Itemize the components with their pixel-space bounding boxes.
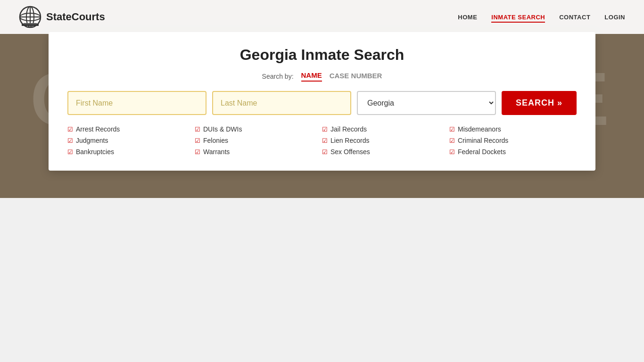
feature-label: Warrants	[203, 148, 230, 156]
check-icon: ☑	[449, 137, 455, 144]
feature-duis: ☑ DUIs & DWIs	[195, 124, 322, 134]
nav-contact[interactable]: CONTACT	[559, 14, 590, 21]
hero-section: COURTHOUSE StateCourts HOME INMATE SEARC…	[0, 0, 644, 198]
tab-name[interactable]: NAME	[301, 71, 322, 82]
nav-inmate-search[interactable]: INMATE SEARCH	[491, 14, 545, 23]
feature-label: Felonies	[203, 137, 228, 144]
check-icon: ☑	[67, 148, 73, 156]
logo-icon	[19, 6, 41, 28]
check-icon: ☑	[449, 126, 455, 133]
search-card: Georgia Inmate Search Search by: NAME CA…	[49, 32, 595, 171]
nav-login[interactable]: LOGIN	[604, 14, 625, 21]
check-icon: ☑	[322, 148, 328, 156]
logo-area[interactable]: StateCourts	[19, 6, 105, 28]
check-icon: ☑	[195, 137, 200, 144]
feature-warrants: ☑ Warrants	[195, 147, 322, 156]
feature-felonies: ☑ Felonies	[195, 136, 322, 145]
feature-criminal-records: ☑ Criminal Records	[449, 136, 577, 145]
feature-jail-records: ☑ Jail Records	[322, 124, 449, 134]
search-by-row: Search by: NAME CASE NUMBER	[67, 71, 577, 82]
feature-judgments: ☑ Judgments	[67, 136, 195, 145]
search-inputs: Georgia SEARCH »	[67, 91, 577, 115]
nav-links: HOME INMATE SEARCH CONTACT LOGIN	[458, 13, 625, 21]
tab-case-number[interactable]: CASE NUMBER	[330, 72, 382, 81]
feature-label: Lien Records	[330, 137, 370, 144]
check-icon: ☑	[67, 137, 73, 144]
card-title: Georgia Inmate Search	[67, 46, 577, 64]
feature-label: Arrest Records	[76, 125, 120, 133]
logo-text: StateCourts	[46, 11, 105, 23]
feature-label: Bankruptcies	[76, 148, 114, 156]
feature-label: Jail Records	[330, 125, 367, 133]
svg-rect-6	[24, 23, 37, 25]
feature-sex-offenses: ☑ Sex Offenses	[322, 147, 449, 156]
check-icon: ☑	[195, 148, 200, 156]
feature-label: Misdemeanors	[458, 125, 501, 133]
feature-bankruptcies: ☑ Bankruptcies	[67, 147, 195, 156]
feature-label: DUIs & DWIs	[203, 125, 242, 133]
top-navigation: StateCourts HOME INMATE SEARCH CONTACT L…	[0, 0, 644, 34]
first-name-input[interactable]	[67, 91, 206, 115]
check-icon: ☑	[322, 126, 328, 133]
nav-home[interactable]: HOME	[458, 14, 477, 21]
feature-lien-records: ☑ Lien Records	[322, 136, 449, 145]
check-icon: ☑	[449, 148, 455, 156]
feature-label: Judgments	[76, 137, 108, 144]
feature-misdemeanors: ☑ Misdemeanors	[449, 124, 577, 134]
check-icon: ☑	[67, 126, 73, 133]
search-button[interactable]: SEARCH »	[502, 91, 577, 115]
state-select[interactable]: Georgia	[357, 91, 496, 115]
search-by-label: Search by:	[262, 73, 294, 80]
feature-arrest-records: ☑ Arrest Records	[67, 124, 195, 134]
last-name-input[interactable]	[212, 91, 351, 115]
features-grid: ☑ Arrest Records ☑ DUIs & DWIs ☑ Jail Re…	[67, 124, 577, 156]
feature-label: Sex Offenses	[330, 148, 370, 156]
check-icon: ☑	[322, 137, 328, 144]
feature-federal-dockets: ☑ Federal Dockets	[449, 147, 577, 156]
feature-label: Federal Dockets	[458, 148, 506, 156]
feature-label: Criminal Records	[458, 137, 508, 144]
check-icon: ☑	[195, 126, 200, 133]
